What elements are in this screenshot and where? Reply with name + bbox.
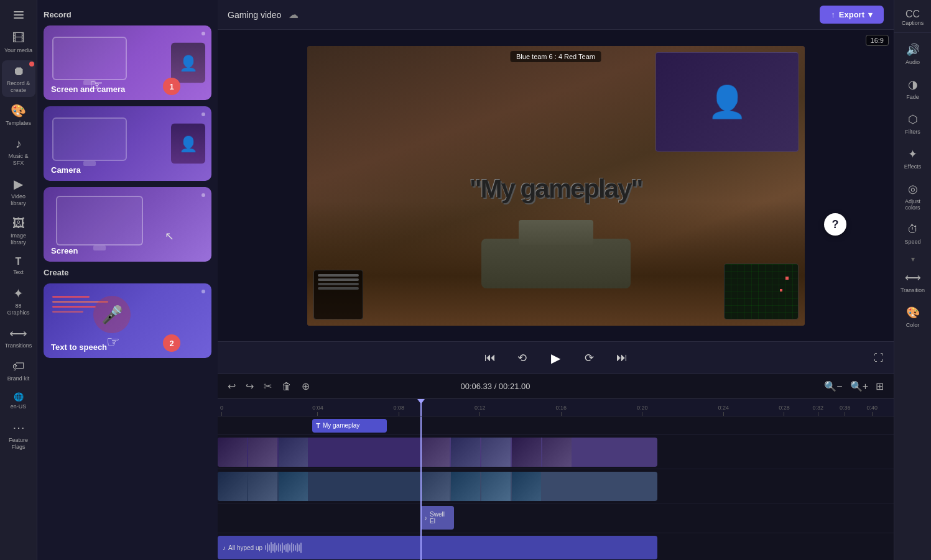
top-bar: Gaming video ☁ ↑ Export ▾ [218, 0, 894, 30]
right-panel-color[interactable]: 🎨 Color [896, 301, 930, 333]
all-hyped-up-clip[interactable]: ♪ All hyped up [218, 536, 657, 559]
color-icon: 🎨 [906, 306, 920, 319]
ruler-mark-16: 0:16 [556, 405, 567, 416]
camera-face-preview: 👤 [171, 43, 205, 83]
playhead-line [420, 416, 422, 560]
mini-map [724, 264, 799, 319]
forward-5s-button[interactable]: ⟳ [580, 348, 600, 368]
music-icon: ♪ [16, 137, 22, 151]
adjust-colors-label: Adjust colors [899, 198, 927, 211]
right-panel-speed[interactable]: ⏱ Speed [896, 218, 930, 250]
rewind-5s-button[interactable]: ⟲ [512, 348, 532, 368]
camera-card[interactable]: 👤 Camera [44, 106, 211, 181]
fade-label: Fade [906, 94, 919, 100]
right-panel-transition[interactable]: ⟷ Transition [896, 266, 930, 298]
aspect-ratio-badge: 16:9 [866, 35, 889, 46]
audio-icon: 🔊 [906, 43, 920, 57]
play-button[interactable]: ▶ [545, 347, 567, 369]
filters-icon: ⬡ [908, 112, 918, 126]
graphics-icon: ✦ [13, 286, 24, 301]
music-note-icon-2: ♪ [223, 544, 226, 551]
help-button[interactable]: ? [824, 213, 846, 236]
sidebar-item-record-create[interactable]: ⏺ Record &create [2, 60, 35, 98]
text-to-speech-card[interactable]: 🎤 ☞ 2 Text to speech [44, 283, 211, 358]
right-panel-effects[interactable]: ✦ Effects [896, 142, 930, 175]
sidebar-item-graphics[interactable]: ✦ 88 Graphics [2, 282, 35, 320]
fit-to-window-button[interactable]: ⊞ [873, 378, 886, 395]
redo-button[interactable]: ↪ [243, 378, 256, 395]
audio-waveform [265, 541, 652, 554]
more-icon: ⋯ [12, 420, 25, 435]
sidebar-item-video-library[interactable]: ▶ Video library [2, 173, 35, 211]
zoom-out-button[interactable]: 🔍− [822, 378, 845, 395]
screen-shape-decoration [52, 37, 127, 80]
video-clip-2-after[interactable] [420, 472, 657, 501]
video-clip-after[interactable] [420, 438, 657, 467]
sidebar-item-feature-flags[interactable]: ⋯ Feature Flags [2, 416, 35, 454]
language-icon: 🌐 [14, 392, 24, 402]
sidebar-item-label: Video library [4, 193, 33, 207]
video-clip-2-before[interactable] [218, 472, 420, 501]
ruler-mark-24: 0:24 [718, 405, 729, 416]
face-image: 👤 [171, 43, 205, 83]
ruler-content: 0 0:04 0:08 0:12 0:16 0:20 0:24 0:28 0:3… [218, 399, 894, 416]
hyped-up-label: All hyped up [228, 544, 262, 551]
card-dot [201, 112, 205, 116]
ruler-mark-20: 0:20 [637, 405, 648, 416]
effects-icon: ✦ [908, 147, 917, 161]
export-up-icon: ↑ [831, 10, 835, 19]
sidebar-item-music[interactable]: ♪ Music & SFX [2, 133, 35, 170]
sidebar-item-transitions[interactable]: ⟷ Transitions [2, 322, 35, 353]
cut-button[interactable]: ✂ [261, 378, 274, 395]
skip-forward-button[interactable]: ⏭ [612, 348, 632, 368]
swell-el-label: Swell El [430, 511, 450, 525]
more-options-chevron[interactable]: ▾ [911, 255, 915, 264]
sidebar-item-text[interactable]: T Text [2, 252, 35, 280]
sidebar-item-brand-kit[interactable]: 🏷 Brand kit [2, 356, 35, 386]
add-to-timeline-button[interactable]: ⊕ [299, 378, 312, 395]
clip-thumb [279, 438, 308, 467]
color-label: Color [906, 322, 920, 328]
zoom-in-button[interactable]: 🔍+ [848, 378, 871, 395]
step-badge-2: 2 [163, 334, 180, 352]
sidebar-item-label: 88 Graphics [4, 303, 33, 316]
music-note-icon: ♪ [424, 515, 427, 521]
camera-label: Camera [51, 165, 81, 175]
right-panel-adjust-colors[interactable]: ◎ Adjust colors [896, 177, 930, 216]
sidebar-item-templates[interactable]: 🎨 Templates [2, 99, 35, 131]
title-clip-icon: T [316, 422, 320, 429]
speed-icon: ⏱ [907, 223, 919, 236]
playback-controls: ⏮ ⟲ ▶ ⟳ ⏭ ⛶ [218, 341, 894, 374]
transition-label: Transition [901, 287, 925, 293]
fade-icon: ◑ [908, 78, 918, 91]
export-button[interactable]: ↑ Export ▾ [820, 6, 884, 24]
video-clip-before[interactable] [218, 438, 420, 467]
undo-button[interactable]: ↩ [225, 378, 238, 395]
video-library-icon: ▶ [14, 177, 23, 191]
sidebar-item-image-library[interactable]: 🖼 Image library [2, 213, 35, 250]
ruler-mark-0: 0 [220, 405, 223, 416]
clip-thumb [420, 438, 450, 467]
swell-el-clip[interactable]: ♪ Swell El [420, 506, 454, 530]
captions-label: Captions [902, 20, 924, 26]
right-panel-fade[interactable]: ◑ Fade [896, 73, 930, 105]
cursor-overlay-2: ☞ [106, 333, 120, 351]
ruler-mark-32: 0:32 [813, 405, 824, 416]
timeline-time-display: 00:06.33 / 00:21.00 [460, 382, 530, 391]
sidebar-item-en-us[interactable]: 🌐 en-US [2, 388, 35, 414]
skip-back-button[interactable]: ⏮ [480, 348, 500, 368]
record-icon: ⏺ [12, 64, 25, 78]
right-panel-audio[interactable]: 🔊 Audio [896, 38, 930, 70]
sidebar-item-your-media[interactable]: 🎞 Your media [2, 27, 35, 58]
delete-button[interactable]: 🗑 [279, 379, 294, 395]
hamburger-menu[interactable] [2, 5, 35, 25]
fullscreen-button[interactable]: ⛶ [874, 352, 884, 364]
brand-kit-icon: 🏷 [12, 359, 25, 374]
right-panel-filters[interactable]: ⬡ Filters [896, 108, 930, 140]
playhead-arrow [417, 399, 425, 404]
title-clip[interactable]: T My gameplay [312, 419, 387, 433]
ruler-mark-40: 0:40 [867, 405, 878, 416]
screen-card[interactable]: Screen ↖ [44, 187, 211, 262]
map-marker [785, 277, 789, 280]
screen-camera-card[interactable]: 👤 ☞ 1 Screen and camera [44, 25, 211, 100]
